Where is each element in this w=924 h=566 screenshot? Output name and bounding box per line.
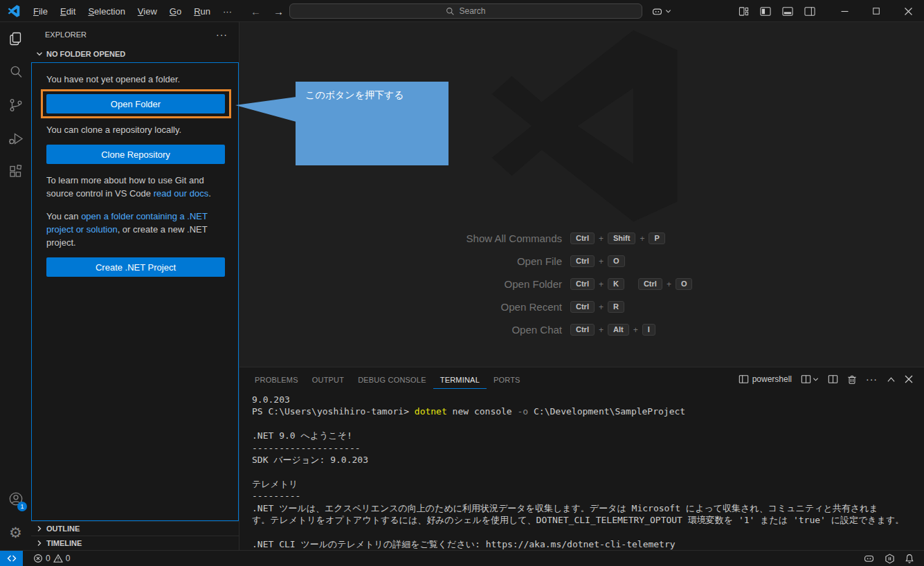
close-window-button[interactable] [892,0,924,22]
terminal-blank-line [252,418,918,430]
key-chip: Ctrl [570,232,595,244]
menu-view[interactable]: View [132,4,163,19]
clone-repository-button[interactable]: Clone Repository [46,145,225,164]
panel-actions: powershell ··· [739,374,913,385]
kill-terminal-trash-icon[interactable] [847,374,857,385]
panel-more-actions-icon[interactable]: ··· [866,374,878,385]
bell-icon[interactable] [905,554,914,564]
menu-file[interactable]: File [27,4,54,19]
terminal-line: す。テレメトリをオプトアウトするには、好みのシェルを使用して、DOTNET_CL… [252,514,918,526]
vscode-logo-icon [8,5,20,17]
terminal-blank-line [252,466,918,477]
key-chip: Ctrl [570,255,595,267]
activity-explorer-icon[interactable] [0,22,31,55]
minimize-button[interactable] [828,0,860,22]
key-chip: Ctrl [570,324,595,336]
terminal-instance-item[interactable]: powershell [739,374,792,384]
search-input[interactable]: Search [289,3,642,19]
shortcut-row: Open File Ctrl + O [239,255,924,268]
tab-problems[interactable]: PROBLEMS [248,370,305,389]
key-chip: I [642,324,655,336]
toggle-panel-icon[interactable] [779,3,797,19]
split-terminal-icon [801,374,811,384]
no-folder-view: You have not yet opened a folder. Open F… [31,62,239,521]
terminal-line: .NET 9.0 へようこそ! [252,430,918,441]
key-chip: Ctrl [638,278,662,290]
chevron-down-icon [665,8,671,14]
terminal-line: .NET CLI ツールのテレメトリの詳細をご覧ください: https://ak… [252,538,918,550]
warning-count: 0 [66,554,71,563]
tab-terminal[interactable]: TERMINAL [433,370,487,389]
menubar-more-icon[interactable]: ··· [217,4,238,19]
tab-ports[interactable]: PORTS [487,370,527,389]
error-icon [33,554,43,563]
copilot-icon [651,6,663,17]
tab-output[interactable]: OUTPUT [305,370,351,389]
csharp-devkit-icon[interactable] [885,554,895,564]
terminal-output[interactable]: 9.0.203 PS C:\Users\yoshihiro-tamori> do… [252,394,918,550]
read-our-docs-link[interactable]: read our docs [154,188,209,199]
bottom-panel: PROBLEMS OUTPUT DEBUG CONSOLE TERMINAL P… [239,367,924,550]
open-folder-button[interactable]: Open Folder [46,94,225,113]
menu-run[interactable]: Run [188,4,217,19]
copilot-menu-button[interactable] [648,3,675,19]
terminal-line: テレメトリ [252,478,918,490]
section-no-folder-opened[interactable]: NO FOLDER OPENED [31,46,239,62]
activity-run-debug-icon[interactable] [0,122,31,155]
go-forward-icon[interactable]: → [271,6,287,17]
section-timeline[interactable]: TIMELINE [31,536,239,550]
shortcut-row: Show All Commands Ctrl + Shift + P [239,232,924,245]
no-folder-text: You have not yet opened a folder. [46,73,226,86]
settings-gear-icon[interactable]: ⚙ [0,515,31,549]
terminal-icon [739,374,749,384]
section-outline[interactable]: OUTLINE [31,521,239,536]
chevron-down-icon [813,376,819,382]
menu-go[interactable]: Go [163,4,188,19]
launch-profile-button[interactable] [801,374,819,384]
key-chip: P [649,232,664,244]
terminal-blank-line [252,526,918,538]
editor-area: Show All Commands Ctrl + Shift + P Open … [239,22,924,367]
customize-layout-icon[interactable] [734,3,752,19]
watermark-shortcuts: Show All Commands Ctrl + Shift + P Open … [239,232,924,346]
create-dotnet-project-button[interactable]: Create .NET Project [46,257,225,277]
account-icon[interactable]: 1 [0,482,31,515]
panel-header: PROBLEMS OUTPUT DEBUG CONSOLE TERMINAL P… [239,367,924,391]
terminal-line: --------- [252,490,918,502]
activity-search-icon[interactable] [0,55,31,89]
clone-repo-text: You can clone a repository locally. [46,123,226,136]
toggle-secondary-sidebar-icon[interactable] [801,3,819,19]
key-chip: O [608,255,625,267]
status-bar: 0 0 [0,550,924,566]
panel-tabs: PROBLEMS OUTPUT DEBUG CONSOLE TERMINAL P… [248,370,739,389]
copilot-status-icon[interactable] [863,554,875,563]
menubar: File Edit Selection View Go Run ··· [27,0,238,22]
search-icon [446,7,455,16]
go-back-icon[interactable]: ← [248,6,264,17]
menu-edit[interactable]: Edit [54,4,82,19]
annotation-callout: このボタンを押下する [296,82,449,165]
titlebar: File Edit Selection View Go Run ··· ← → … [0,0,924,22]
toggle-primary-sidebar-icon[interactable] [757,3,774,19]
activity-source-control-icon[interactable] [0,89,31,122]
menu-selection[interactable]: Selection [82,4,131,19]
git-docs-text: To learn more about how to use Git and s… [46,174,226,200]
close-panel-icon[interactable] [905,375,913,383]
activity-extensions-icon[interactable] [0,155,31,188]
split-panel-icon[interactable] [828,374,838,384]
shortcut-row: Open Recent Ctrl + R [239,300,924,313]
search-placeholder: Search [459,6,485,16]
tab-debug-console[interactable]: DEBUG CONSOLE [351,370,433,389]
key-chip: K [608,278,624,290]
remote-indicator[interactable] [0,551,23,566]
explorer-more-actions-icon[interactable]: ··· [213,29,230,40]
annotation-callout-text: このボタンを押下する [305,89,404,100]
chevron-down-icon [34,48,45,60]
key-chip: Shift [608,232,635,244]
sidebar-bottom-sections: OUTLINE TIMELINE [31,521,239,550]
maximize-panel-icon[interactable] [887,376,896,383]
problems-status[interactable]: 0 0 [30,554,73,563]
maximize-button[interactable] [860,0,892,22]
shortcut-row: Open Chat Ctrl + Alt + I [239,323,924,336]
dotnet-project-text: You can open a folder containing a .NET … [46,210,226,249]
